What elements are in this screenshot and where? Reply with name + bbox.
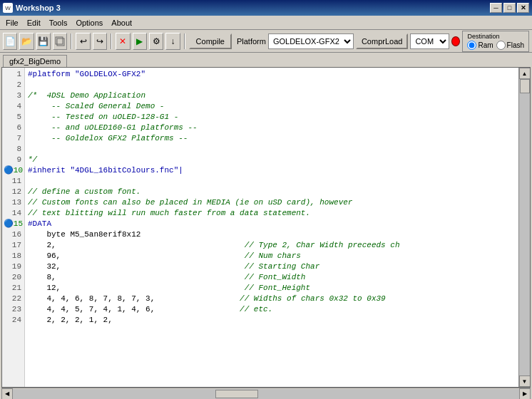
line-number: 6 [2, 123, 24, 133]
stop-button[interactable]: ✕ [116, 33, 130, 50]
undo-button[interactable]: ↩ [76, 33, 90, 50]
menu-about[interactable]: About [107, 17, 136, 28]
line-number: 16 [2, 229, 24, 240]
flash-radio-label[interactable]: Flash [496, 41, 524, 50]
line-number: 2 [2, 80, 24, 90]
line-number: 5 [2, 112, 24, 123]
title-bar: W Workshop 3 ─ □ ✕ [0, 0, 532, 16]
code-line: #inherit "4DGL_16bitColours.fnc"| [28, 165, 516, 176]
code-line: 4, 4, 6, 8, 7, 8, 7, 3, // Widths of cha… [28, 294, 516, 304]
toolbar-sep-3 [184, 33, 185, 49]
run-button[interactable]: ▶ [133, 33, 147, 50]
scroll-left-button[interactable]: ◀ [1, 388, 13, 400]
destination-box: Destination Ram Flash [462, 31, 529, 52]
title-text: Workshop 3 [16, 4, 61, 12]
scroll-right-button[interactable]: ▶ [519, 388, 531, 400]
code-line [28, 80, 516, 90]
menu-edit[interactable]: Edit [23, 17, 45, 28]
menu-tools[interactable]: Tools [45, 17, 72, 28]
line-number: 12 [2, 187, 24, 197]
line-number: 🔵15 [2, 219, 24, 229]
save-all-button[interactable] [53, 33, 67, 50]
ram-radio-label[interactable]: Ram [467, 41, 493, 50]
code-line: 2, 2, 2, 1, 2, [28, 315, 516, 326]
compile-button[interactable]: Compile [189, 33, 232, 49]
tab-bar: gfx2_BigDemo [0, 53, 532, 67]
line-number: 11 [2, 176, 24, 187]
line-number: 3 [2, 90, 24, 101]
open-file-button[interactable]: 📂 [19, 33, 34, 50]
line-number: 1 [2, 69, 24, 80]
code-line: /* 4DSL Demo Application [28, 90, 516, 101]
scroll-down-button[interactable]: ▼ [519, 375, 531, 387]
code-line: #DATA [28, 219, 516, 229]
code-line: -- Tested on uOLED-128-G1 - [28, 112, 516, 123]
debug-button[interactable]: ⚙ [149, 33, 163, 50]
line-number: 23 [2, 304, 24, 315]
step-button[interactable]: ↓ [165, 33, 180, 50]
app-icon: W [3, 3, 13, 13]
code-line: // Custom fonts can also be placed in ME… [28, 197, 516, 208]
flash-radio[interactable] [496, 41, 506, 50]
scroll-thumb-v[interactable] [520, 79, 530, 93]
code-line: -- and uOLED160-G1 platforms -- [28, 123, 516, 133]
code-line [28, 176, 516, 187]
line-number: 4 [2, 101, 24, 112]
new-file-button[interactable]: 📄 [3, 33, 17, 50]
code-line: */ [28, 155, 516, 165]
com-select[interactable]: COM 3 COM 1 COM 2 [410, 33, 449, 49]
platform-select[interactable]: GOLDELOX-GFX2 PICASO DIABLO16 [268, 33, 354, 49]
code-line: 2, // Type 2, Char Width preceeds ch [28, 240, 516, 251]
save-file-button[interactable]: 💾 [36, 33, 51, 50]
editor-container: 123456789🔵1011121314🔵1516171819202122232… [1, 67, 531, 388]
scroll-track-h[interactable] [13, 389, 519, 399]
code-area[interactable]: #platform "GOLDELOX-GFX2"/* 4DSL Demo Ap… [25, 68, 518, 387]
code-line: #platform "GOLDELOX-GFX2" [28, 69, 516, 80]
line-numbers: 123456789🔵1011121314🔵1516171819202122232… [2, 68, 25, 387]
menu-file[interactable]: File [1, 17, 23, 28]
connection-indicator [451, 36, 460, 46]
toolbar-sep-1 [71, 33, 72, 49]
code-line: 4, 4, 5, 7, 4, 1, 4, 6, // etc. [28, 304, 516, 315]
line-number: 9 [2, 155, 24, 165]
scroll-thumb-h[interactable] [215, 390, 258, 398]
platform-label: Platform [237, 37, 266, 46]
toolbar-sep-2 [111, 33, 112, 49]
code-line: -- Goldelox GFX2 Platforms -- [28, 133, 516, 144]
maximize-button[interactable]: □ [503, 3, 516, 13]
code-line: 96, // Num chars [28, 251, 516, 261]
destination-title: Destination [467, 33, 524, 40]
tab-gfx2-bigdemo[interactable]: gfx2_BigDemo [3, 55, 67, 67]
menu-bar: File Edit Tools Options About [0, 16, 532, 30]
code-line: 8, // Font_Width [28, 272, 516, 283]
scroll-up-button[interactable]: ▲ [519, 68, 531, 79]
line-number: 13 [2, 197, 24, 208]
code-line: // text blitting will run much faster fr… [28, 208, 516, 219]
line-number: 24 [2, 315, 24, 326]
line-number: 18 [2, 251, 24, 261]
line-number: 14 [2, 208, 24, 219]
line-number: 17 [2, 240, 24, 251]
vertical-scrollbar[interactable]: ▲ ▼ [518, 68, 530, 387]
comprload-button[interactable]: ComprLoad [356, 33, 408, 49]
scroll-track-v[interactable] [519, 79, 531, 375]
horizontal-scrollbar[interactable]: ◀ ▶ [1, 388, 531, 399]
line-number: 21 [2, 283, 24, 294]
line-number: 19 [2, 261, 24, 272]
line-number: 22 [2, 294, 24, 304]
minimize-button[interactable]: ─ [490, 3, 502, 13]
ram-radio[interactable] [467, 41, 476, 50]
menu-options[interactable]: Options [71, 17, 107, 28]
code-line: -- Scaled General Demo - [28, 101, 516, 112]
redo-button[interactable]: ↪ [93, 33, 107, 50]
code-line [28, 144, 516, 155]
code-line: 12, // Font_Height [28, 283, 516, 294]
code-line: 32, // Starting Char [28, 261, 516, 272]
code-line: byte M5_5an8erif8x12 [28, 229, 516, 240]
toolbar: 📄 📂 💾 ↩ ↪ ✕ ▶ ⚙ ↓ Compile Platform GOLDE… [0, 30, 532, 53]
line-number: 7 [2, 133, 24, 144]
line-number: 8 [2, 144, 24, 155]
close-button[interactable]: ✕ [517, 3, 529, 13]
line-number: 🔵10 [2, 165, 24, 176]
code-line: // define a custom font. [28, 187, 516, 197]
